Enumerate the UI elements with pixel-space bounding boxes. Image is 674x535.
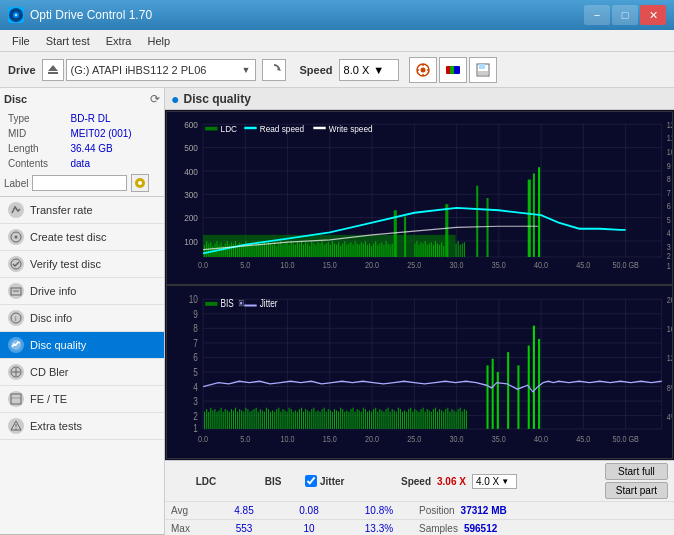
svg-rect-356 [404, 410, 405, 429]
svg-rect-183 [390, 245, 391, 257]
svg-rect-165 [353, 245, 354, 257]
svg-rect-305 [299, 409, 300, 429]
svg-rect-380 [454, 410, 455, 429]
svg-rect-177 [377, 245, 378, 257]
svg-rect-355 [402, 412, 403, 429]
svg-rect-281 [249, 412, 250, 429]
sidebar-item-cd-bler[interactable]: CD Bler [0, 359, 164, 386]
toolbar-save-icon[interactable] [469, 57, 497, 83]
minimize-button[interactable]: − [584, 5, 610, 25]
disc-panel-icon[interactable]: ⟳ [150, 92, 160, 106]
svg-rect-14 [454, 66, 460, 74]
create-test-disc-label: Create test disc [30, 231, 106, 243]
close-button[interactable]: ✕ [640, 5, 666, 25]
svg-rect-107 [233, 243, 234, 257]
svg-rect-160 [342, 243, 343, 257]
svg-point-35 [15, 428, 16, 429]
sidebar-item-extra-tests[interactable]: Extra tests [0, 413, 164, 440]
svg-text:5 X: 5 X [667, 215, 672, 225]
speed-stat-selector[interactable]: 4.0 X ▼ [472, 474, 517, 489]
menu-file[interactable]: File [4, 33, 38, 49]
sidebar-item-drive-info[interactable]: Drive info [0, 278, 164, 305]
speed-stat-select-value: 4.0 X [476, 476, 499, 487]
extra-tests-icon [8, 418, 24, 434]
maximize-button[interactable]: □ [612, 5, 638, 25]
svg-rect-336 [363, 408, 364, 429]
svg-rect-313 [315, 412, 316, 429]
disc-label-button[interactable] [131, 174, 149, 192]
svg-rect-321 [332, 412, 333, 429]
svg-text:20.0: 20.0 [365, 433, 379, 444]
svg-rect-376 [445, 409, 446, 429]
svg-text:400: 400 [184, 166, 198, 177]
svg-rect-316 [322, 409, 323, 429]
jitter-max: 13.3% [339, 523, 419, 534]
svg-text:30.0: 30.0 [450, 260, 465, 270]
disc-quality-title: Disc quality [183, 92, 250, 106]
drive-selector[interactable]: (G:) ATAPI iHBS112 2 PL06 ▼ [66, 59, 256, 81]
svg-rect-157 [336, 245, 337, 257]
drive-refresh-icon[interactable] [262, 59, 286, 81]
svg-rect-180 [383, 245, 384, 257]
svg-rect-184 [392, 243, 393, 257]
svg-text:100: 100 [184, 236, 198, 247]
svg-text:15.0: 15.0 [323, 260, 338, 270]
jitter-checkbox[interactable] [305, 475, 317, 487]
sidebar-item-fe-te[interactable]: FE / TE [0, 386, 164, 413]
menu-start-test[interactable]: Start test [38, 33, 98, 49]
svg-rect-117 [254, 246, 255, 257]
svg-rect-199 [443, 246, 444, 257]
menu-help[interactable]: Help [139, 33, 178, 49]
disc-quality-icon [8, 337, 24, 353]
svg-rect-154 [330, 245, 331, 257]
svg-text:25.0: 25.0 [407, 433, 421, 444]
toolbar-settings-icon[interactable] [409, 57, 437, 83]
sidebar-item-transfer-rate[interactable]: Transfer rate [0, 197, 164, 224]
svg-rect-293 [274, 412, 275, 429]
svg-rect-371 [435, 408, 436, 429]
svg-rect-189 [423, 243, 424, 257]
disc-panel-title: Disc [4, 93, 27, 105]
svg-text:600: 600 [184, 119, 198, 130]
start-part-button[interactable]: Start part [605, 482, 668, 499]
svg-rect-120 [260, 245, 261, 257]
svg-rect-173 [369, 243, 370, 257]
sidebar-item-create-test-disc[interactable]: Create test disc [0, 224, 164, 251]
svg-rect-172 [367, 245, 368, 257]
start-full-button[interactable]: Start full [605, 463, 668, 480]
speed-selector[interactable]: 8.0 X ▼ [339, 59, 399, 81]
sidebar-item-disc-info[interactable]: i Disc info [0, 305, 164, 332]
svg-rect-200 [456, 243, 457, 257]
samples-label: Samples [419, 523, 458, 534]
main-area: Disc ⟳ Type BD-R DL MID MEIT02 (001) Len… [0, 88, 674, 535]
svg-text:25.0: 25.0 [407, 260, 422, 270]
toolbar-color-icon[interactable] [439, 57, 467, 83]
svg-rect-277 [241, 410, 242, 429]
svg-rect-141 [303, 245, 304, 257]
svg-rect-269 [225, 409, 226, 429]
window-controls: − □ ✕ [584, 5, 666, 25]
svg-text:5.0: 5.0 [240, 433, 250, 444]
svg-rect-273 [233, 410, 234, 429]
svg-rect-310 [309, 412, 310, 429]
svg-rect-187 [418, 245, 419, 257]
sidebar-item-verify-test-disc[interactable]: Verify test disc [0, 251, 164, 278]
svg-text:6: 6 [193, 351, 198, 363]
sidebar-item-disc-quality[interactable]: Disc quality [0, 332, 164, 359]
svg-rect-337 [365, 409, 366, 429]
drive-eject-icon[interactable] [42, 59, 64, 81]
svg-text:Read speed: Read speed [260, 123, 304, 134]
svg-rect-389 [497, 372, 499, 429]
svg-rect-278 [243, 412, 244, 429]
svg-text:9 X: 9 X [667, 161, 672, 171]
drive-dropdown-arrow: ▼ [242, 65, 251, 75]
menu-extra[interactable]: Extra [98, 33, 140, 49]
svg-rect-382 [458, 409, 459, 429]
svg-text:16%: 16% [667, 323, 672, 334]
app-title: Opti Drive Control 1.70 [30, 8, 584, 22]
svg-rect-340 [371, 412, 372, 429]
svg-rect-368 [429, 410, 430, 429]
svg-rect-364 [421, 409, 422, 429]
svg-rect-346 [383, 412, 384, 429]
disc-label-input[interactable] [32, 175, 127, 191]
